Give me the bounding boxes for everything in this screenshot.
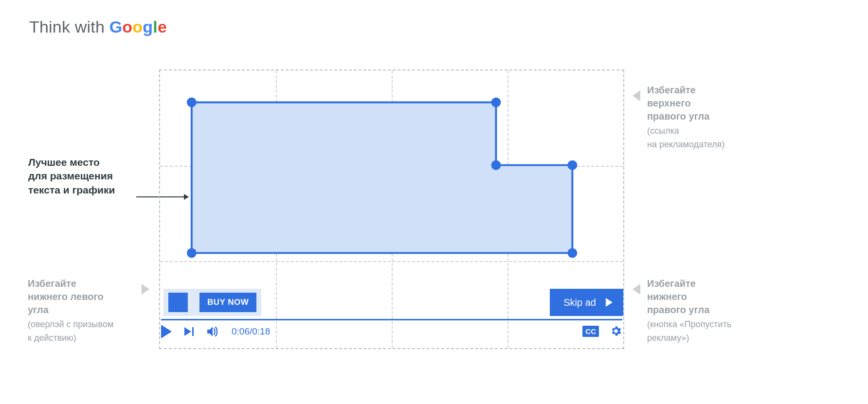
svg-marker-0 [192,103,573,253]
annotation-subline: (ссылка [647,125,774,137]
buy-now-button[interactable]: BUY NOW [199,293,256,312]
logo-prefix: Think with [29,18,109,36]
google-wordmark: Google [109,18,167,36]
annotation-line: Избегайте [647,277,783,290]
skip-ad-button[interactable]: Skip ad [550,289,623,316]
annotation-subline: (кнопка «Пропустить [647,318,783,330]
play-icon [606,298,613,307]
annotation-subline: рекламу») [647,332,783,344]
annotation-line: Лучшее место [28,156,152,169]
annotation-line: угла [28,303,142,316]
annotation-avoid-top-right: Избегайте верхнего правого угла (ссылка … [647,84,774,151]
volume-button[interactable] [206,326,219,337]
play-button[interactable] [161,325,172,338]
video-player-frame: BUY NOW Skip ad 0:06/0:18 CC [159,70,624,349]
cta-overlay: BUY NOW [163,289,261,316]
annotation-line: для размещения [28,169,152,183]
skip-ad-label: Skip ad [563,297,596,308]
svg-point-2 [491,98,501,107]
annotation-best-placement: Лучшее место для размещения текста и гра… [28,156,152,197]
pointer-left-icon [633,284,640,295]
pointer-right-icon [142,284,149,295]
annotation-line: правого угла [647,303,783,316]
annotation-avoid-bottom-right: Избегайте нижнего правого угла (кнопка «… [647,277,783,344]
annotation-avoid-bottom-left: Избегайте нижнего левого угла (оверлэй с… [28,277,142,344]
svg-point-3 [491,160,501,170]
annotation-line: нижнего левого [28,290,142,303]
next-icon [192,327,194,336]
settings-button[interactable] [610,325,622,337]
time-display: 0:06/0:18 [232,326,270,337]
cc-button[interactable]: CC [582,326,599,337]
player-controls: 0:06/0:18 CC [161,319,622,344]
progress-bar[interactable] [161,319,622,320]
annotation-subline: к действию) [28,332,142,344]
next-icon [184,327,191,336]
annotation-line: нижнего [647,290,783,303]
svg-point-6 [187,248,197,258]
cta-thumbnail [168,293,188,312]
svg-point-1 [187,98,197,107]
next-button[interactable] [184,327,194,336]
annotation-line: Избегайте [647,84,774,97]
pointer-left-icon [633,90,640,101]
think-with-google-logo: Think with Google [29,18,167,36]
svg-point-5 [567,248,577,258]
svg-point-4 [567,160,577,170]
annotation-subline: на рекламодателя) [647,139,774,150]
annotation-line: текста и графики [28,183,152,197]
annotation-line: Избегайте [28,277,142,290]
annotation-subline: (оверлэй с призывом [28,318,142,330]
annotation-line: верхнего [647,97,774,110]
annotation-line: правого угла [647,110,774,123]
